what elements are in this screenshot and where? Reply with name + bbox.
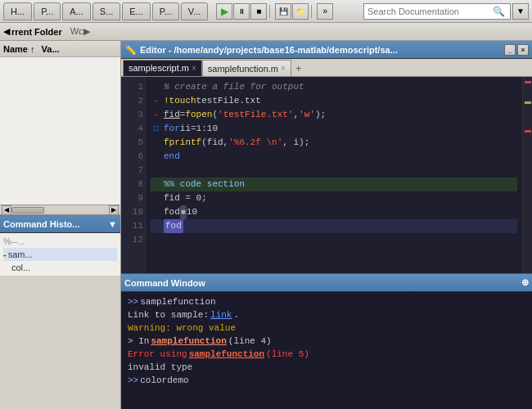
more-button[interactable]: » <box>317 3 333 20</box>
cmd-history-title: Command Histo... <box>3 219 80 229</box>
back-button[interactable]: ◀ <box>3 26 10 37</box>
filter-button[interactable]: ▼ <box>512 3 529 20</box>
file-list-header: Name ↑ Va... <box>0 41 120 57</box>
tab-v[interactable]: V... <box>181 2 209 20</box>
list-item[interactable]: col... <box>3 261 117 274</box>
code-token: !touch <box>164 94 196 108</box>
cmd-output[interactable]: >> samplefunction Link to sample: link .… <box>121 292 532 409</box>
tab-close-btn[interactable]: × <box>192 64 196 73</box>
cmd-text: (line 4) <box>228 335 272 348</box>
play-button[interactable]: ▶ <box>216 3 232 20</box>
right-panel: ✏️ Editor - /home/andy/projects/base16-m… <box>121 41 532 409</box>
cmd-text: sam... <box>8 248 33 261</box>
code-token: (fid, <box>201 136 228 150</box>
cmd-fn-link[interactable]: samplefunction <box>151 335 226 348</box>
code-token: fod <box>164 205 180 219</box>
gutter-icon: □ <box>151 122 162 136</box>
cmd-link[interactable]: link <box>210 308 232 321</box>
cmd-history-collapse-btn[interactable]: ▼ <box>108 219 117 229</box>
scroll-right-btn[interactable]: ▶ <box>109 205 119 215</box>
code-line: fid = 0; <box>151 191 517 205</box>
step-button[interactable]: ⏸ <box>233 3 250 20</box>
tab-label: samplescript.m <box>128 63 189 73</box>
code-token: fprintf <box>164 136 201 150</box>
editor-tabs: samplescript.m × samplefunction.m × + <box>121 59 532 77</box>
search-input[interactable] <box>367 7 490 16</box>
editor-minimize-btn[interactable]: _ <box>504 44 516 56</box>
open-button[interactable]: 📁 <box>292 3 309 20</box>
tab-p1[interactable]: P... <box>34 2 61 20</box>
tab-p2[interactable]: P... <box>152 2 179 20</box>
gutter-icon: - <box>151 108 162 122</box>
horizontal-scrollbar[interactable]: ◀ ▶ <box>0 204 120 214</box>
scroll-thumb[interactable] <box>11 207 44 213</box>
search-icon: 🔍 <box>493 6 505 17</box>
tab-home[interactable]: H... <box>3 2 32 20</box>
list-item[interactable]: - sam... <box>3 248 117 261</box>
code-token: 10 <box>187 205 197 219</box>
path-toolbar: ◀ rrent Folder Wc▶ <box>0 23 532 41</box>
code-token: % create a file for output <box>164 80 304 94</box>
toolbar-icons: ▶ ⏸ ■ 💾 📁 » <box>216 3 333 20</box>
col-name: Name ↑ <box>3 44 35 54</box>
left-panel: Name ↑ Va... ◀ ▶ Command Histo... ▼ %--.… <box>0 41 121 409</box>
code-content[interactable]: % create a file for output - !touch test… <box>146 77 522 273</box>
tab-a[interactable]: A... <box>62 2 91 20</box>
file-scroll-area <box>0 57 120 204</box>
cmd-text: colordemo <box>140 374 188 387</box>
editor-titlebar: ✏️ Editor - /home/andy/projects/base16-m… <box>121 41 532 59</box>
tab-samplefunction[interactable]: samplefunction.m × <box>202 60 291 76</box>
cmd-window-title: Command Window <box>124 278 205 288</box>
list-item[interactable]: %--... <box>3 235 117 248</box>
code-line: - !touch testFile.txt <box>151 94 517 108</box>
editor-close-btn[interactable]: × <box>517 44 529 56</box>
code-token: testFile.txt <box>196 94 261 108</box>
editor-path: Editor - /home/andy/projects/base16-matl… <box>140 45 398 55</box>
cmd-fn2-link[interactable]: samplefunction <box>189 348 264 361</box>
scroll-left-btn[interactable]: ◀ <box>2 205 11 215</box>
command-history-panel: Command Histo... ▼ %--... - sam... col..… <box>0 214 120 276</box>
code-token: fopen <box>185 108 212 122</box>
code-token: ( <box>212 108 218 122</box>
editor-window-buttons: _ × <box>504 44 529 56</box>
stop-button[interactable]: ■ <box>250 3 267 20</box>
code-line: fod <box>151 219 517 233</box>
code-token: , i); <box>282 136 309 150</box>
code-line: - fid = fopen ( 'testFile.txt' , 'w' ); <box>151 108 517 122</box>
tab-samplescript[interactable]: samplescript.m × <box>123 60 202 76</box>
code-token: fid = 0; <box>164 191 207 205</box>
folder-nav: Wc▶ <box>70 26 90 37</box>
add-tab-btn[interactable]: + <box>291 61 306 76</box>
tab-label: samplefunction.m <box>208 64 278 74</box>
code-line: %% code section <box>151 178 517 191</box>
cmd-window-btn[interactable]: ⊕ <box>521 277 529 288</box>
cmd-line: >> samplefunction <box>128 295 525 308</box>
editor-scrollbar[interactable] <box>522 77 532 273</box>
tab-e[interactable]: E... <box>122 2 151 20</box>
code-token: 'testFile.txt' <box>218 108 293 122</box>
code-line: fprintf (fid, '%6.2f \n' , i); <box>151 136 517 150</box>
main-toolbar: H... P... A... S... E... P... V... ▶ ⏸ ■… <box>0 0 532 23</box>
tab-s[interactable]: S... <box>92 2 121 20</box>
cmd-text: samplefunction <box>140 295 215 308</box>
cmd-text: > In <box>128 335 149 348</box>
error-mark-2 <box>525 130 531 133</box>
save-button[interactable]: 💾 <box>275 3 291 20</box>
cmd-error: (line 5) <box>266 348 309 361</box>
col-value: Va... <box>42 44 60 54</box>
cmd-line: Warning: wrong value <box>128 321 525 335</box>
search-box[interactable]: 🔍 <box>363 3 511 20</box>
code-token: ii=1:10 <box>180 122 218 136</box>
code-token: %% code section <box>164 178 245 191</box>
cmd-line: > In samplefunction (line 4) <box>128 335 525 348</box>
tab-close-btn2[interactable]: × <box>281 64 286 73</box>
code-token: end <box>164 150 180 164</box>
code-token: 'w' <box>299 108 315 122</box>
cmd-text: . <box>233 308 239 321</box>
code-token: for <box>164 122 180 136</box>
cmd-text: Link to sample: <box>128 308 209 321</box>
cmd-prompt: >> <box>128 295 138 308</box>
line-numbers: 1234 5678 9101112 <box>121 77 146 273</box>
gutter-icon: - <box>151 94 162 108</box>
code-line: % create a file for output <box>151 80 517 94</box>
